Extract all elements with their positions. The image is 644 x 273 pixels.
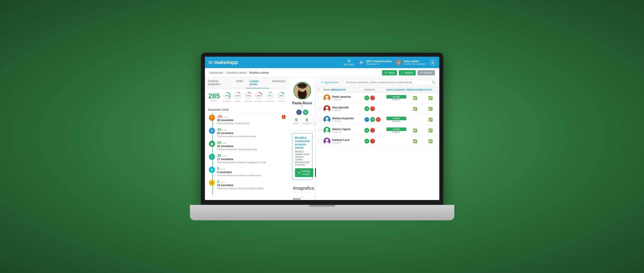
svg-point-16 bbox=[297, 84, 307, 86]
user-nav-details: Salve admin Gestisci amministratori bbox=[404, 60, 426, 65]
scadenza-cell: VALIDO 30-09-17 bbox=[386, 117, 406, 122]
user-info-nav: A Salve admin Gestisci amministratori bbox=[395, 59, 426, 66]
email-icon: ✉ bbox=[298, 171, 300, 174]
timeline-content: 30 PUNTI 17 novembre Punti accumulati pe… bbox=[217, 154, 286, 164]
power-button[interactable]: ⏻ bbox=[430, 59, 436, 66]
change-email-button[interactable]: ✉ Cambia e-mail bbox=[295, 168, 313, 177]
contact-email-icon[interactable]: ✉ bbox=[364, 96, 369, 100]
contact-phone-icon[interactable]: 📞 bbox=[364, 117, 369, 122]
tab-ordini[interactable]: Ordini bbox=[233, 77, 246, 88]
prenotazione-cell: ✅ bbox=[406, 96, 424, 100]
row-checkbox[interactable] bbox=[318, 118, 321, 121]
contacts-cell: ✉ 📞 bbox=[364, 139, 386, 144]
breadcrumb: Dashboard / Gestione utenti / Modifica u… bbox=[209, 71, 382, 74]
apply-button[interactable]: ✓ Applica bbox=[399, 70, 416, 75]
timeline-item: 🛒 30 PUNTI 17 novembre Punti accumulati … bbox=[208, 154, 286, 164]
svg-point-21 bbox=[326, 107, 328, 109]
timeline-icon-cart: 🛒 bbox=[209, 154, 215, 160]
laptop-wrapper: makeitapp ⚙ SETTINGS M MIA Communication bbox=[190, 53, 454, 220]
table-row[interactable]: Paolo saracino 3 mesi fa ✉ 📞 VALIDO 31-0… bbox=[316, 93, 439, 103]
row-avatar bbox=[324, 138, 330, 145]
timeline-content: 2 PUNTI 16 novembre Punti accumulati per… bbox=[217, 180, 286, 190]
check-icon: ✓ bbox=[402, 71, 404, 74]
timeline-icon-daily: ⊙ bbox=[209, 180, 215, 186]
tab-loyalty[interactable]: Loyalty utente bbox=[246, 77, 269, 88]
cancel-button[interactable]: ↺ Annulla bbox=[418, 70, 435, 75]
row-avatar bbox=[324, 94, 330, 101]
contact-phone-icon[interactable]: 📞 bbox=[370, 96, 375, 100]
prenotazione-cell: ✅ bbox=[406, 139, 424, 143]
profile-avatar-wrap bbox=[294, 82, 311, 99]
users-table: Paolo saracino 3 mesi fa ✉ 📞 VALIDO 31-0… bbox=[316, 93, 439, 200]
tab-navigation: Gestione anagrafica Ordini Loyalty utent… bbox=[205, 77, 288, 88]
contact-email-icon[interactable]: ✉ bbox=[370, 117, 375, 122]
contact-email-icon[interactable]: ✉ bbox=[364, 128, 369, 133]
stat-social: 15% SOCIAL bbox=[277, 92, 286, 102]
row-checkbox[interactable] bbox=[318, 96, 321, 99]
contact-phone-icon[interactable]: 📞 bbox=[370, 106, 375, 111]
social-email[interactable]: ✉ bbox=[303, 110, 308, 115]
filter-icon: ▼ bbox=[321, 81, 324, 84]
profile-name: Paola Rossi bbox=[292, 101, 312, 105]
right-panel: ▼ Aggiungi filtro 🔍 # Immagine bbox=[316, 77, 439, 200]
user-info: Valerio Caputo 4 mesi fa bbox=[332, 128, 364, 133]
contact-phone-icon[interactable]: 📞 bbox=[370, 128, 375, 133]
add-filter-button[interactable]: ▼ Aggiungi filtro bbox=[318, 80, 342, 85]
table-row[interactable]: Stefano Esposito 3 mesi fa 📞 ✉ ! VALIDO bbox=[316, 114, 439, 125]
table-row[interactable]: Stefania Lezzi 4 mesi fa ✉ 📞 ✅ ✅ bbox=[316, 136, 439, 147]
row-checkbox[interactable] bbox=[318, 107, 321, 110]
tab-recensioni[interactable]: Recensioni bbox=[269, 77, 288, 88]
settings-button[interactable]: ⚙ SETTINGS bbox=[344, 59, 354, 66]
th-contatti: Contatti bbox=[364, 89, 386, 91]
hamburger-icon[interactable] bbox=[208, 61, 212, 64]
svg-point-19 bbox=[326, 96, 328, 98]
contact-phone-icon[interactable]: 📞 bbox=[370, 139, 375, 144]
status-cell: ✅ bbox=[424, 96, 437, 100]
contacts-cell: ✉ 📞 bbox=[364, 106, 386, 111]
breadcrumb-actions: ⬇ Salva ✓ Applica ↺ Annulla bbox=[382, 70, 435, 75]
stat-email: 10% EMAIL bbox=[234, 92, 242, 102]
gear-icon: ⚙ bbox=[348, 59, 350, 63]
nome-label: Nome * bbox=[293, 196, 313, 200]
contact-email-icon[interactable]: ✉ bbox=[364, 139, 369, 144]
credentials-section: Modifica credenziali accesso utente Gest… bbox=[292, 133, 312, 180]
stat-acquisti: 20% ACQUISTI bbox=[255, 92, 263, 102]
search-icon: 🔍 bbox=[432, 81, 435, 84]
breadcrumb-dashboard[interactable]: Dashboard bbox=[209, 71, 224, 74]
save-button[interactable]: ⬇ Salva bbox=[382, 70, 397, 75]
row-checkbox[interactable] bbox=[318, 140, 321, 143]
timeline-item: f 10 PUNTI 25 novembre Punti accumulati … bbox=[208, 128, 286, 138]
row-checkbox[interactable] bbox=[318, 129, 321, 132]
table-search-input[interactable] bbox=[343, 80, 436, 85]
profile-stat-punti: 0 PUNTI bbox=[292, 115, 301, 127]
cred-title: Modifica credenziali accesso utente bbox=[295, 136, 310, 149]
social-facebook[interactable]: f bbox=[296, 110, 302, 115]
svg-point-25 bbox=[326, 128, 328, 131]
laptop-bezel: makeitapp ⚙ SETTINGS M MIA Communication bbox=[201, 53, 443, 205]
points-label: PUNTI bbox=[211, 99, 218, 102]
svg-point-17 bbox=[300, 88, 302, 89]
app-container: makeitapp ⚙ SETTINGS M MIA Communication bbox=[205, 57, 439, 200]
table-row[interactable]: Piera Borrelli 3 mesi fa ✉ 📞 ✅ ✅ bbox=[316, 103, 439, 114]
undo-icon: ↺ bbox=[420, 71, 422, 74]
svg-point-23 bbox=[326, 117, 328, 120]
profile-social: f ✉ bbox=[296, 110, 308, 115]
timeline-item: 🏆 -50 PUNTI 28 novembre Punti utilizzati… bbox=[208, 115, 286, 125]
svg-point-24 bbox=[325, 120, 329, 123]
month-title: Novembre 2016 bbox=[205, 107, 288, 113]
left-panel: Gestione anagrafica Ordini Loyalty utent… bbox=[205, 77, 288, 200]
points-row: 285 PUNTI bbox=[208, 92, 285, 102]
tab-gestione[interactable]: Gestione anagrafica bbox=[205, 77, 233, 88]
timeline-content: 20 PUNTI 22 novembre Punti accumulati pe… bbox=[217, 141, 286, 151]
prenotazione-cell: ✅ bbox=[406, 128, 424, 133]
table-row[interactable]: Valerio Caputo 4 mesi fa ✉ 📞 VALIDO 31-0… bbox=[316, 125, 439, 136]
form-row-nome: Nome * bbox=[293, 195, 312, 200]
contact-email-icon[interactable]: ✉ bbox=[364, 106, 369, 111]
breadcrumb-gestione[interactable]: Gestione utenti bbox=[227, 71, 246, 74]
timeline-icon-fb: f bbox=[209, 128, 215, 134]
status-cell: ✅ bbox=[424, 107, 437, 111]
navbar-right: ⚙ SETTINGS M MIA Communication Makeitapp… bbox=[344, 59, 436, 66]
profile-stats-row: 0 PUNTI 0 ACQUISTI 0 GRATUITÀ bbox=[292, 115, 312, 127]
contact-alert-icon[interactable]: ! bbox=[376, 117, 381, 122]
gift-icon: 🎁 bbox=[281, 115, 286, 120]
